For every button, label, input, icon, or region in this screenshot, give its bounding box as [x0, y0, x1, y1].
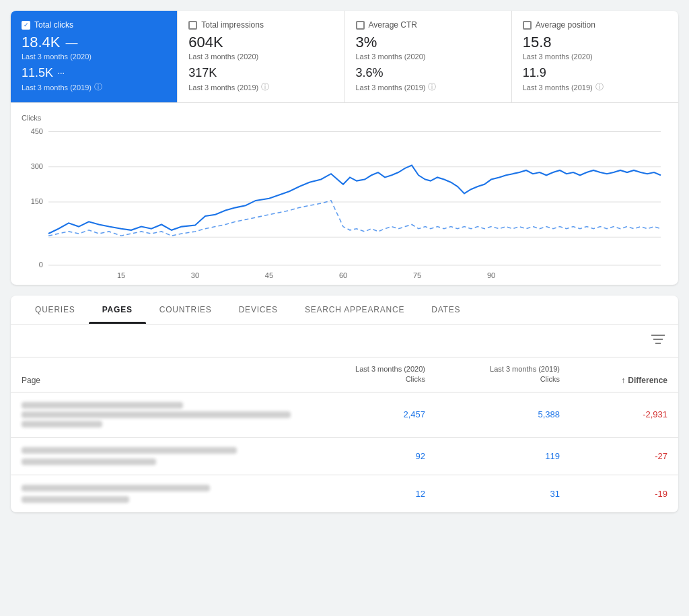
chart-area: Clicks 450 300 150 0 15 30 45 60 75	[11, 103, 678, 285]
val-diff-row2: -27	[560, 451, 667, 461]
svg-text:45: 45	[265, 271, 273, 279]
th-2019: Last 3 months (2019) Clicks	[425, 364, 560, 385]
diff-arrow-icon: ↑	[621, 376, 625, 385]
metric-value-2019-ctr: 3.6%	[356, 66, 501, 80]
page-blur-text	[22, 485, 210, 491]
metric-total-clicks[interactable]: ✓ Total clicks 18.4K — Last 3 months (20…	[11, 11, 178, 102]
tab-dates[interactable]: DATES	[418, 296, 474, 324]
val-diff-row3: -19	[560, 489, 667, 499]
metric-header-position: Average position	[523, 20, 667, 30]
metric-average-position[interactable]: Average position 15.8 Last 3 months (202…	[512, 11, 678, 102]
svg-text:75: 75	[413, 271, 421, 279]
checkbox-ctr[interactable]	[356, 21, 365, 30]
metric-header-clicks: ✓ Total clicks	[22, 20, 166, 30]
metrics-row: ✓ Total clicks 18.4K — Last 3 months (20…	[11, 11, 678, 103]
svg-text:30: 30	[191, 271, 199, 279]
metric-label-impressions: Total impressions	[201, 20, 264, 30]
tab-devices[interactable]: DEVICES	[225, 296, 291, 324]
dots-icon: ···	[57, 67, 64, 79]
metric-period-2020-impressions: Last 3 months (2020)	[188, 53, 333, 61]
metric-period-2019-impressions: Last 3 months (2019) ⓘ	[188, 81, 333, 93]
page-blur-text	[22, 411, 291, 418]
checkbox-clicks[interactable]: ✓	[22, 21, 30, 30]
metric-header-impressions: Total impressions	[188, 20, 333, 30]
metric-value-2020-clicks: 18.4K —	[22, 34, 166, 51]
bottom-card: QUERIES PAGES COUNTRIES DEVICES SEARCH A…	[11, 296, 678, 512]
metric-value-2019-position: 11.9	[523, 66, 667, 80]
checkbox-position[interactable]	[523, 21, 532, 30]
metric-value-2020-impressions: 604K	[188, 34, 333, 51]
metric-label-clicks: Total clicks	[34, 20, 73, 30]
metric-value-2020-position: 15.8	[523, 34, 667, 51]
filter-icon[interactable]	[649, 331, 667, 350]
val-2020-row1: 2,457	[291, 409, 425, 419]
val-2019-row1: 5,388	[425, 409, 560, 419]
svg-text:90: 90	[487, 271, 495, 279]
metric-average-ctr[interactable]: Average CTR 3% Last 3 months (2020) 3.6%…	[345, 11, 512, 102]
val-2020-row3: 12	[291, 489, 425, 499]
help-icon-impressions[interactable]: ⓘ	[261, 81, 269, 93]
tabs-row: QUERIES PAGES COUNTRIES DEVICES SEARCH A…	[11, 296, 678, 324]
th-2020: Last 3 months (2020) Clicks	[291, 364, 425, 385]
page-blur-text	[22, 421, 102, 427]
metric-total-impressions[interactable]: Total impressions 604K Last 3 months (20…	[178, 11, 344, 102]
metric-period-2020-ctr: Last 3 months (2020)	[356, 53, 501, 61]
val-2019-row2: 119	[425, 451, 560, 461]
chart-y-label: Clicks	[22, 114, 667, 122]
metric-period-2019-ctr: Last 3 months (2019) ⓘ	[356, 81, 501, 93]
metric-label-position: Average position	[536, 20, 595, 30]
svg-text:450: 450	[31, 127, 43, 135]
table-row: 2,457 5,388 -2,931	[11, 392, 678, 438]
table-row: 92 119 -27	[11, 438, 678, 475]
chart-svg: 450 300 150 0 15 30 45 60 75 90	[22, 125, 667, 279]
metric-period-2019-clicks: Last 3 months (2019) ⓘ	[22, 81, 166, 93]
metric-value-2020-ctr: 3%	[356, 34, 501, 51]
val-2019-row3: 31	[425, 489, 560, 499]
metric-period-2020-position: Last 3 months (2020)	[523, 53, 667, 61]
th-difference: ↑ Difference	[560, 376, 667, 385]
help-icon-position[interactable]: ⓘ	[595, 81, 604, 93]
svg-text:0: 0	[39, 261, 43, 269]
page-blur-text	[22, 458, 156, 465]
svg-text:60: 60	[339, 271, 347, 279]
page-cell-3	[22, 485, 291, 503]
metric-period-2020-clicks: Last 3 months (2020)	[22, 53, 166, 61]
metric-header-ctr: Average CTR	[356, 20, 501, 30]
tab-queries[interactable]: QUERIES	[22, 296, 89, 324]
val-2020-row2: 92	[291, 451, 425, 461]
metric-period-2019-position: Last 3 months (2019) ⓘ	[523, 81, 667, 93]
metric-label-ctr: Average CTR	[369, 20, 417, 30]
page-cell-1	[22, 402, 291, 427]
metric-value-2019-impressions: 317K	[188, 66, 333, 80]
help-icon-clicks[interactable]: ⓘ	[94, 81, 102, 93]
help-icon-ctr[interactable]: ⓘ	[428, 81, 436, 93]
filter-row	[11, 324, 678, 357]
page-blur-text	[22, 496, 129, 503]
chart-container: 450 300 150 0 15 30 45 60 75 90	[22, 125, 667, 279]
tab-pages[interactable]: PAGES	[89, 296, 146, 324]
metric-value-2019-clicks: 11.5K ···	[22, 66, 166, 80]
tab-search-appearance[interactable]: SEARCH APPEARANCE	[291, 296, 418, 324]
svg-text:150: 150	[31, 197, 43, 205]
dash-line-icon: —	[66, 36, 78, 50]
th-page: Page	[22, 376, 291, 385]
table-header: Page Last 3 months (2020) Clicks Last 3 …	[11, 357, 678, 392]
page-blur-text	[22, 402, 183, 409]
val-diff-row1: -2,931	[560, 409, 667, 419]
checkbox-impressions[interactable]	[188, 21, 197, 30]
metrics-chart-card: ✓ Total clicks 18.4K — Last 3 months (20…	[11, 11, 678, 285]
page-cell-2	[22, 447, 291, 465]
svg-text:15: 15	[117, 271, 125, 279]
tab-countries[interactable]: COUNTRIES	[146, 296, 225, 324]
svg-text:300: 300	[31, 162, 43, 170]
page-blur-text	[22, 447, 237, 454]
table-row: 12 31 -19	[11, 475, 678, 512]
